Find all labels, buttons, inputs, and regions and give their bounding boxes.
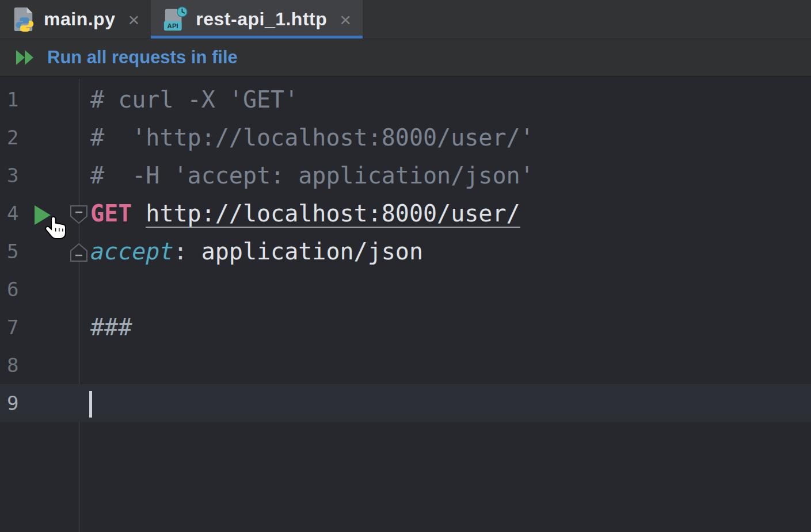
code-text[interactable]: accept: application/json [79, 232, 423, 270]
text-caret [89, 391, 92, 418]
line-number: 8 [0, 346, 79, 384]
fold-end-icon[interactable] [70, 243, 88, 265]
code-segment-method: GET [90, 200, 132, 227]
editor-tab-bar: main.py × API rest-api_1.http × [0, 0, 811, 39]
code-text[interactable] [79, 270, 90, 308]
code-text[interactable] [79, 384, 90, 422]
line-number: 9 [0, 384, 79, 422]
code-segment-plain [132, 200, 146, 227]
http-api-file-icon: API [162, 6, 188, 33]
run-all-requests-label[interactable]: Run all requests in file [47, 47, 238, 68]
code-text[interactable] [79, 346, 90, 384]
close-icon[interactable]: × [128, 10, 139, 29]
code-text[interactable]: # 'http://localhost:8000/user/' [79, 118, 534, 156]
code-segment-comment: # 'http://localhost:8000/user/' [90, 124, 534, 151]
code-line[interactable]: 7### [0, 308, 811, 346]
code-line[interactable]: 3# -H 'accept: application/json' [0, 156, 811, 194]
tab-label: main.py [44, 9, 115, 30]
code-text[interactable]: # -H 'accept: application/json' [79, 156, 534, 194]
code-segment-plain: application/json [201, 238, 423, 265]
code-segment-comment: # curl -X 'GET' [90, 86, 298, 113]
code-line[interactable]: 2# 'http://localhost:8000/user/' [0, 118, 811, 156]
line-number: 2 [0, 118, 79, 156]
tab-label: rest-api_1.http [196, 9, 327, 30]
code-line[interactable]: 9 [0, 384, 811, 422]
code-segment-url: http://localhost:8000/user/ [146, 200, 520, 228]
line-number: 3 [0, 156, 79, 194]
code-line[interactable]: 5accept: application/json [0, 232, 811, 270]
code-editor[interactable]: 1# curl -X 'GET'2# 'http://localhost:800… [0, 79, 811, 532]
code-segment-comment: # -H 'accept: application/json' [90, 162, 534, 189]
tab-main-py[interactable]: main.py × [0, 0, 151, 39]
hand-pointer-cursor [45, 216, 69, 243]
run-all-requests-banner[interactable]: Run all requests in file [0, 39, 811, 77]
code-line[interactable]: 6 [0, 270, 811, 308]
line-number: 6 [0, 270, 79, 308]
code-text[interactable]: ### [79, 308, 132, 346]
code-segment-separator: ### [90, 314, 132, 340]
code-line[interactable]: 4GET http://localhost:8000/user/ [0, 194, 811, 232]
line-number: 1 [0, 81, 79, 118]
run-all-icon[interactable] [15, 49, 37, 66]
fold-start-icon[interactable] [70, 205, 88, 227]
code-text[interactable]: # curl -X 'GET' [79, 81, 298, 118]
svg-text:API: API [167, 22, 178, 29]
code-rows: 1# curl -X 'GET'2# 'http://localhost:800… [0, 81, 811, 422]
code-segment-punct: : [174, 238, 201, 265]
code-line[interactable]: 8 [0, 346, 811, 384]
code-text[interactable]: GET http://localhost:8000/user/ [79, 194, 520, 232]
line-number: 7 [0, 308, 79, 346]
code-line[interactable]: 1# curl -X 'GET' [0, 81, 811, 118]
code-segment-header-name: accept [90, 238, 174, 265]
active-tab-underline [151, 36, 363, 39]
python-file-icon [12, 6, 36, 33]
close-icon[interactable]: × [340, 10, 351, 29]
tab-rest-api-http[interactable]: API rest-api_1.http × [151, 0, 363, 39]
